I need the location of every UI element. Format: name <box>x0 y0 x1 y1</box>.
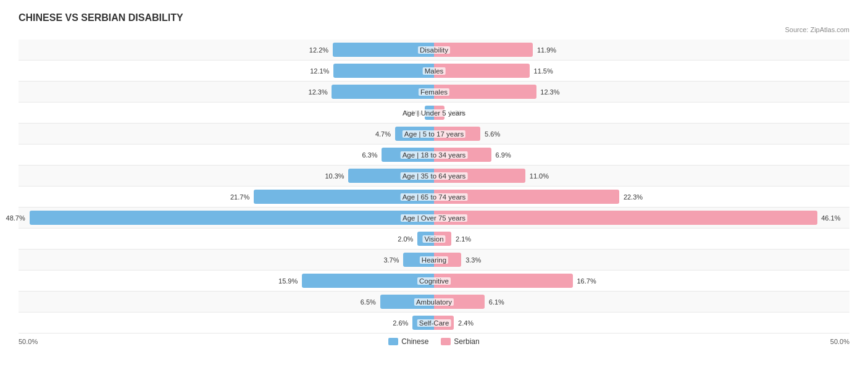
value-left: 12.1% <box>310 67 329 75</box>
bar-area: Age | 65 to 74 years21.7%22.3% <box>19 187 849 207</box>
legend-serbian-box <box>441 338 451 345</box>
chart-title: CHINESE VS SERBIAN DISABILITY <box>19 12 849 23</box>
value-right: 46.1% <box>821 214 840 222</box>
bar-label: Vision <box>422 235 445 243</box>
bar-area: Age | 18 to 34 years6.3%6.9% <box>19 145 849 165</box>
source-label: Source: ZipAtlas.com <box>19 26 849 33</box>
bar-area: Disability12.2%11.9% <box>19 40 849 60</box>
value-left: 6.5% <box>361 298 376 306</box>
value-left: 15.9% <box>278 277 298 285</box>
value-right: 16.7% <box>577 277 596 285</box>
legend-chinese-label: Chinese <box>401 337 428 346</box>
bar-left <box>30 211 435 225</box>
bar-label: Age | 65 to 74 years <box>401 193 468 201</box>
value-left: 2.6% <box>393 319 408 327</box>
footer-right-label: 50.0% <box>830 338 849 345</box>
chart-row: Age | 35 to 64 years10.3%11.0% <box>19 166 849 187</box>
value-left: 2.0% <box>398 235 413 243</box>
value-right: 5.6% <box>485 130 500 138</box>
bar-label: Disability <box>418 46 450 54</box>
value-left: 21.7% <box>230 193 249 201</box>
bar-right <box>434 64 530 78</box>
legend-serbian-label: Serbian <box>454 337 479 346</box>
value-left: 10.3% <box>325 172 344 180</box>
bar-label: Age | Over 75 years <box>401 214 467 222</box>
bar-area: Age | Over 75 years48.7%46.1% <box>19 208 849 228</box>
bar-label: Age | Under 5 years <box>401 109 467 117</box>
chart-row: Ambulatory6.5%6.1% <box>19 292 849 313</box>
footer-left-label: 50.0% <box>19 338 38 345</box>
bar-left <box>333 64 434 78</box>
value-left: 12.3% <box>309 88 328 96</box>
legend-chinese: Chinese <box>388 337 428 346</box>
value-right: 2.4% <box>458 319 474 327</box>
bar-area: Cognitive15.9%16.7% <box>19 271 849 291</box>
chart-row: Females12.3%12.3% <box>19 82 849 103</box>
bar-label: Age | 5 to 17 years <box>403 130 465 138</box>
bar-area: Hearing3.7%3.3% <box>19 250 849 270</box>
bar-label: Cognitive <box>417 277 451 285</box>
chart-row: Age | 65 to 74 years21.7%22.3% <box>19 187 849 208</box>
value-left: 4.7% <box>375 130 391 138</box>
bar-label: Age | 35 to 64 years <box>401 172 468 180</box>
bar-right <box>434 274 573 288</box>
bar-label: Females <box>419 88 449 96</box>
value-left: 6.3% <box>362 151 377 159</box>
bar-right <box>434 211 817 225</box>
legend-serbian: Serbian <box>441 337 479 346</box>
legend-chinese-box <box>388 338 398 345</box>
value-right: 22.3% <box>624 193 643 201</box>
bar-area: Ambulatory6.5%6.1% <box>19 292 849 312</box>
bar-area: Females12.3%12.3% <box>19 82 849 102</box>
chart-row: Cognitive15.9%16.7% <box>19 271 849 292</box>
bar-label: Ambulatory <box>414 298 454 306</box>
chart-row: Age | Over 75 years48.7%46.1% <box>19 208 849 229</box>
chart-container: Disability12.2%11.9%Males12.1%11.5%Femal… <box>19 40 849 334</box>
footer: 50.0% Chinese Serbian 50.0% <box>19 337 849 346</box>
bar-area: Age | Under 5 years1.1%1.3% <box>19 103 849 123</box>
value-right: 12.3% <box>540 88 559 96</box>
bar-area: Vision2.0%2.1% <box>19 229 849 249</box>
chart-row: Males12.1%11.5% <box>19 61 849 82</box>
value-right: 3.3% <box>465 256 481 264</box>
value-right: 6.9% <box>496 151 511 159</box>
chart-row: Age | 18 to 34 years6.3%6.9% <box>19 145 849 166</box>
value-right: 2.1% <box>456 235 471 243</box>
chart-row: Vision2.0%2.1% <box>19 229 849 250</box>
bar-label: Self-Care <box>417 319 451 327</box>
legend: Chinese Serbian <box>38 337 830 346</box>
chart-row: Self-Care2.6%2.4% <box>19 313 849 334</box>
bar-area: Self-Care2.6%2.4% <box>19 313 849 333</box>
chart-row: Disability12.2%11.9% <box>19 40 849 61</box>
chart-row: Age | Under 5 years1.1%1.3% <box>19 103 849 124</box>
value-left: 48.7% <box>6 214 25 222</box>
value-right: 6.1% <box>489 298 504 306</box>
bar-left <box>302 274 434 288</box>
value-left: 3.7% <box>383 256 399 264</box>
bar-area: Age | 35 to 64 years10.3%11.0% <box>19 166 849 186</box>
chart-row: Hearing3.7%3.3% <box>19 250 849 271</box>
value-right: 11.9% <box>537 46 556 54</box>
bar-label: Males <box>423 67 446 75</box>
bar-label: Age | 18 to 34 years <box>401 151 468 159</box>
chart-row: Age | 5 to 17 years4.7%5.6% <box>19 124 849 145</box>
value-right: 11.5% <box>534 67 553 75</box>
bar-label: Hearing <box>420 256 448 264</box>
bar-area: Males12.1%11.5% <box>19 61 849 81</box>
bar-area: Age | 5 to 17 years4.7%5.6% <box>19 124 849 144</box>
value-right: 11.0% <box>530 172 549 180</box>
value-left: 12.2% <box>309 46 328 54</box>
